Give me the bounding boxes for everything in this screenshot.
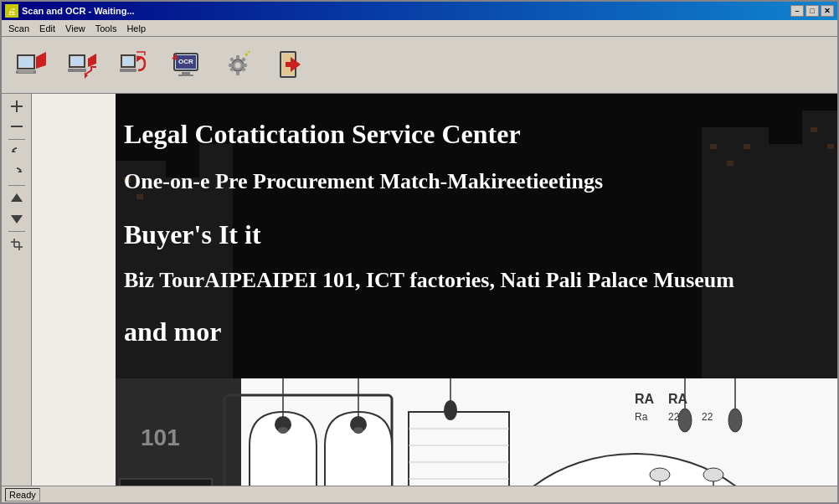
svg-point-21	[235, 62, 241, 68]
svg-rect-23	[236, 71, 239, 75]
scan-button[interactable]	[5, 40, 55, 90]
crop-button[interactable]	[8, 235, 26, 254]
svg-rect-22	[236, 55, 239, 59]
illustration-svg: Lounge GOLF GOLF	[116, 378, 837, 486]
refresh-icon	[118, 49, 150, 80]
scan-dark-area: Legal Cotatictation Service Center One-o…	[116, 94, 837, 412]
svg-rect-12	[120, 69, 136, 72]
title-bar-left: 🖨 Scan and OCR - Waiting...	[5, 4, 135, 18]
svg-text:Ra: Ra	[635, 411, 648, 423]
settings-icon: ✦ ✦	[222, 49, 254, 80]
svg-rect-24	[229, 64, 233, 67]
svg-marker-42	[11, 215, 23, 224]
title-buttons: – □ ✕	[790, 5, 834, 17]
svg-rect-1	[19, 57, 33, 67]
up-arrow-icon	[9, 191, 24, 206]
rotate-left-icon	[9, 145, 24, 160]
menu-edit[interactable]: Edit	[34, 23, 60, 34]
exit-icon	[274, 49, 306, 80]
scan-line-3: Buyer's It it	[124, 219, 261, 250]
window-title: Scan and OCR - Waiting...	[22, 6, 135, 16]
menu-view[interactable]: View	[60, 23, 90, 34]
svg-point-66	[278, 427, 288, 434]
close-button[interactable]: ✕	[821, 5, 834, 17]
svg-rect-17	[182, 72, 190, 75]
left-sidebar	[2, 94, 32, 486]
svg-rect-11	[123, 57, 133, 65]
scan-line-1: Legal Cotatictation Service Center	[124, 119, 521, 150]
menu-bar: Scan Edit View Tools Help	[2, 20, 837, 37]
sidebar-separator-3	[8, 231, 25, 232]
svg-marker-41	[11, 193, 23, 202]
svg-rect-35	[286, 62, 292, 67]
zoom-out-button[interactable]	[8, 117, 26, 136]
main-window: 🖨 Scan and OCR - Waiting... – □ ✕ Scan E…	[0, 0, 839, 504]
down-arrow-icon	[9, 211, 24, 226]
sidebar-separator-1	[8, 139, 25, 140]
svg-marker-2	[36, 52, 46, 69]
zoom-in-button[interactable]	[8, 97, 26, 116]
svg-rect-57	[727, 161, 733, 166]
svg-text:22: 22	[702, 411, 713, 423]
svg-point-94	[650, 468, 670, 481]
scroll-down-button[interactable]	[8, 209, 26, 228]
svg-point-69	[353, 427, 363, 434]
restore-button[interactable]: □	[806, 5, 819, 17]
svg-rect-60	[827, 144, 834, 149]
svg-text:22: 22	[668, 411, 680, 423]
svg-text:✦: ✦	[247, 49, 251, 54]
svg-rect-59	[811, 127, 817, 132]
scan-line-4: Biz TourAIPEAIPEI 101, ICT factories, Na…	[124, 268, 734, 293]
scan-return-icon	[66, 49, 98, 80]
svg-point-98	[703, 468, 723, 481]
scan-line-2: One-on-e Pre Procurement Match-Makireeti…	[124, 169, 603, 194]
scanned-document: Legal Cotatictation Service Center One-o…	[116, 94, 837, 486]
settings-button[interactable]: ✦ ✦	[213, 40, 263, 90]
document-view: Legal Cotatictation Service Center One-o…	[32, 94, 837, 486]
status-bar: Ready	[2, 486, 837, 502]
crop-icon	[9, 237, 24, 252]
menu-help[interactable]: Help	[121, 23, 151, 34]
svg-rect-25	[243, 64, 247, 67]
svg-point-73	[678, 409, 692, 432]
rotate-right-icon	[9, 165, 24, 180]
svg-rect-18	[178, 75, 193, 76]
svg-rect-104	[120, 479, 212, 486]
menu-scan[interactable]: Scan	[3, 23, 34, 34]
ocr-icon: OCR	[170, 49, 202, 80]
status-text: Ready	[5, 488, 40, 501]
sidebar-separator-2	[8, 185, 25, 186]
svg-rect-6	[71, 57, 83, 65]
svg-point-75	[728, 409, 742, 432]
menu-tools[interactable]: Tools	[90, 23, 122, 34]
main-area: Legal Cotatictation Service Center One-o…	[2, 94, 837, 486]
scan-return-button[interactable]	[57, 40, 107, 90]
svg-rect-49	[162, 177, 203, 412]
svg-text:RA: RA	[668, 392, 688, 406]
rotate-left-button[interactable]	[8, 143, 26, 162]
svg-marker-8	[88, 54, 96, 67]
svg-point-71	[444, 400, 457, 420]
svg-text:RA: RA	[635, 392, 655, 406]
title-bar: 🖨 Scan and OCR - Waiting... – □ ✕	[2, 2, 837, 20]
zoom-out-icon	[9, 119, 24, 134]
canvas-area[interactable]: Legal Cotatictation Service Center One-o…	[32, 94, 837, 486]
svg-text:OCR: OCR	[178, 58, 193, 65]
zoom-in-icon	[9, 99, 24, 114]
svg-rect-53	[802, 111, 837, 412]
rotate-right-button[interactable]	[8, 163, 26, 182]
svg-rect-56	[710, 144, 717, 149]
scan-illustration: Lounge GOLF GOLF	[116, 378, 837, 486]
ocr-button[interactable]: OCR	[161, 40, 211, 90]
svg-rect-55	[136, 194, 143, 199]
exit-button[interactable]	[265, 40, 315, 90]
toolbar: OCR	[2, 37, 837, 94]
scan-icon	[14, 49, 46, 80]
scroll-up-button[interactable]	[8, 189, 26, 208]
scan-line-5: and mor	[124, 316, 221, 347]
refresh-button[interactable]	[109, 40, 159, 90]
window-icon: 🖨	[5, 4, 18, 18]
svg-rect-58	[744, 144, 750, 149]
minimize-button[interactable]: –	[790, 5, 804, 17]
svg-text:101: 101	[141, 424, 180, 450]
